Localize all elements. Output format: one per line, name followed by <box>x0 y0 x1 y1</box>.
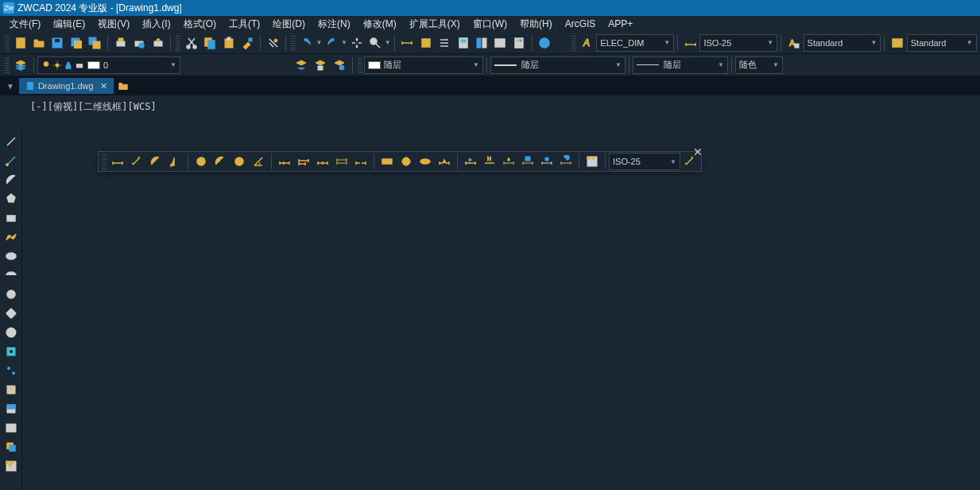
dim-style-dropdown[interactable]: ISO-25 <box>699 34 777 52</box>
lineweight-dropdown[interactable]: 随层 <box>633 56 728 74</box>
help-button[interactable]: ? <box>536 34 553 52</box>
undo-button[interactable] <box>298 34 315 52</box>
dim-quick-button[interactable] <box>276 153 293 170</box>
toolbar-grip[interactable] <box>102 154 107 169</box>
menu-edit[interactable]: 编辑(E) <box>47 16 91 33</box>
dim-continue-button[interactable] <box>314 153 331 170</box>
tab-drawing1[interactable]: Drawing1.dwg ✕ <box>19 78 114 94</box>
layer-iso-button[interactable] <box>312 56 329 74</box>
menu-draw[interactable]: 绘图(D) <box>266 16 312 33</box>
print-button[interactable] <box>112 34 129 52</box>
region-button[interactable] <box>2 438 20 456</box>
list-button[interactable] <box>436 34 452 52</box>
menu-appplus[interactable]: APP+ <box>602 17 639 31</box>
color-dropdown[interactable]: 随层 <box>364 56 483 74</box>
new-file-button[interactable] <box>12 34 29 52</box>
tab-close-icon[interactable]: ✕ <box>100 81 107 91</box>
float-dimstyle-dropdown[interactable]: ISO-25 <box>609 153 680 170</box>
dim-jogged-button[interactable] <box>211 153 229 170</box>
toolbar-grip[interactable] <box>358 57 362 73</box>
dim-break-button[interactable] <box>352 153 370 170</box>
pan-button[interactable] <box>348 34 365 52</box>
spline-button[interactable] <box>2 228 20 246</box>
tab-chevron-icon[interactable]: ▼ <box>2 82 19 91</box>
menu-view[interactable]: 视图(V) <box>91 16 136 33</box>
dim-style-icon[interactable] <box>682 34 699 52</box>
calculator-button[interactable] <box>455 34 471 52</box>
menu-arcgis[interactable]: ArcGIS <box>559 17 602 31</box>
tolerance-button[interactable] <box>378 153 396 170</box>
layer-dropdown[interactable]: 0 <box>37 56 180 74</box>
print-preview-button[interactable] <box>130 34 147 52</box>
undo-dropdown-icon[interactable]: ▼ <box>316 39 323 46</box>
saveas-button[interactable] <box>68 34 84 52</box>
dim-tedit-button[interactable]: H <box>481 153 498 170</box>
polygon-button[interactable] <box>2 190 20 208</box>
menu-extend[interactable]: 扩展工具(X) <box>403 16 467 33</box>
properties-button[interactable] <box>473 34 490 52</box>
dim-radius-button[interactable] <box>192 153 210 170</box>
toolbar-close-icon[interactable]: ✕ <box>693 146 703 158</box>
gradient-button[interactable] <box>2 400 20 418</box>
linetype-dropdown[interactable]: 随层 <box>490 56 626 74</box>
menu-window[interactable]: 窗口(W) <box>467 16 513 33</box>
dim-angular-button[interactable] <box>250 153 267 170</box>
layer-prev-button[interactable] <box>292 56 310 74</box>
line-button[interactable] <box>2 133 20 150</box>
dim-override-button[interactable] <box>519 153 536 170</box>
menu-modify[interactable]: 修改(M) <box>357 16 403 33</box>
new-tab-button[interactable] <box>117 80 130 92</box>
menu-file[interactable]: 文件(F) <box>3 16 47 33</box>
donut-button[interactable] <box>2 324 20 341</box>
redo-button[interactable] <box>323 34 339 52</box>
dim-diameter-button[interactable] <box>230 153 248 170</box>
save-button[interactable] <box>49 34 66 52</box>
dim-ordinate-button[interactable] <box>166 153 184 170</box>
menu-insert[interactable]: 插入(I) <box>136 16 176 33</box>
point-button[interactable] <box>2 362 20 379</box>
dim-reassoc-button[interactable] <box>538 153 556 170</box>
dim-linear-button[interactable] <box>109 153 126 170</box>
table-style-dropdown[interactable]: Standard <box>907 34 977 52</box>
ray-button[interactable] <box>2 152 20 169</box>
inspect-button[interactable] <box>416 153 434 170</box>
layer-manager-button[interactable] <box>12 56 29 74</box>
open-file-button[interactable] <box>30 34 47 52</box>
toolbar-grip[interactable] <box>176 35 180 51</box>
view-status-label[interactable]: [-][俯视][二维线框][WCS] <box>30 100 157 114</box>
distance-button[interactable] <box>399 34 416 52</box>
dim-arc-button[interactable] <box>147 153 165 170</box>
zoom-button[interactable] <box>366 34 383 52</box>
menu-tools[interactable]: 工具(T) <box>223 16 266 33</box>
table-style-icon[interactable] <box>889 34 905 52</box>
match-props-button[interactable] <box>238 34 255 52</box>
hatch-button[interactable] <box>2 381 20 399</box>
plotstyle-dropdown[interactable]: 随色 <box>735 56 783 74</box>
area-button[interactable] <box>417 34 434 52</box>
saveall-button[interactable] <box>87 34 103 52</box>
dim-layer-dropdown[interactable]: ELEC_DIM <box>596 34 674 52</box>
cut-button[interactable] <box>183 34 199 52</box>
toolbar-grip[interactable] <box>291 35 296 51</box>
dim-update-button[interactable] <box>557 153 575 170</box>
menu-dimension[interactable]: 标注(N) <box>312 16 357 33</box>
menu-help[interactable]: 帮助(H) <box>513 16 559 33</box>
dim-aligned-button[interactable] <box>128 153 145 170</box>
text-mgr-icon[interactable]: A <box>785 34 802 52</box>
toolbar-grip[interactable] <box>5 35 10 51</box>
text-style-dropdown[interactable]: Standard <box>804 34 881 52</box>
toolbar-grip[interactable] <box>5 57 10 73</box>
center-mark-button[interactable] <box>397 153 415 170</box>
tool-palette-button[interactable] <box>510 34 527 52</box>
layer-state-button[interactable] <box>331 56 348 74</box>
circle-button[interactable] <box>2 286 20 303</box>
arc-button[interactable] <box>2 171 20 189</box>
block-button[interactable] <box>2 343 20 360</box>
table-button[interactable] <box>2 419 20 437</box>
dimension-toolbar[interactable]: H ISO-25 ✕ <box>98 151 702 172</box>
design-center-button[interactable] <box>492 34 509 52</box>
redo-dropdown-icon[interactable]: ▼ <box>341 39 347 46</box>
rectangle-button[interactable] <box>2 209 20 227</box>
toolbar-grip[interactable] <box>571 35 576 51</box>
ellipse-button[interactable] <box>2 247 20 265</box>
